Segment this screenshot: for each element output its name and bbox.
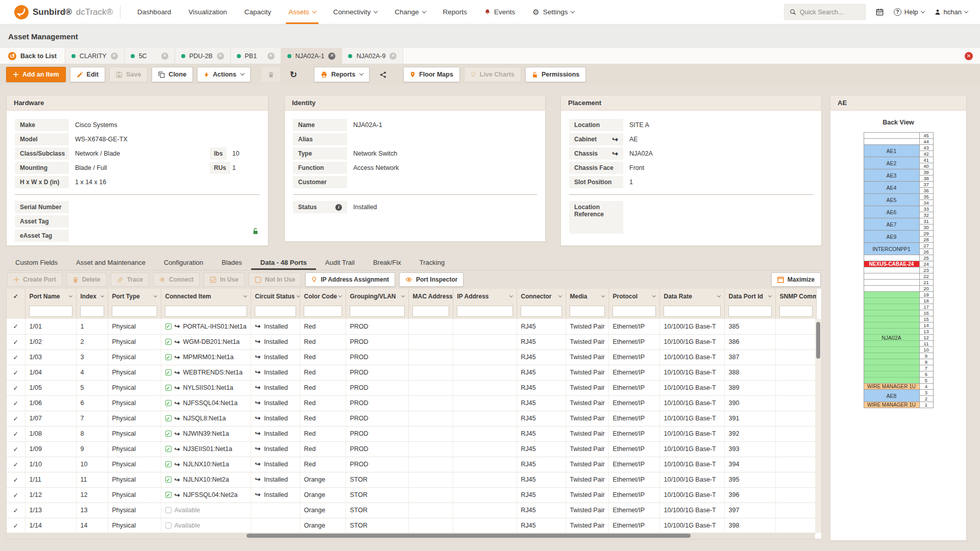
jump-arrow-icon[interactable]: ↪ [175, 354, 180, 361]
in-use-checkbox-icon[interactable]: ✓ [165, 492, 172, 498]
column-header-ip-address[interactable]: IP Address [453, 289, 517, 304]
filter-input-data-rate[interactable] [664, 306, 721, 317]
search-input[interactable] [800, 9, 857, 16]
jump-arrow-icon[interactable]: ↪ [175, 415, 180, 422]
asset-tab-pdu-2b[interactable]: PDU-2B✕ [175, 48, 231, 64]
share-button[interactable] [374, 67, 392, 82]
add-item-button[interactable]: Add an Item [6, 67, 66, 82]
close-all-tabs-icon[interactable]: ✕ [965, 52, 973, 60]
actions-button[interactable]: Actions [197, 67, 251, 82]
detail-tab-custom-fields[interactable]: Custom Fields [6, 255, 67, 270]
in-use-checkbox-icon[interactable]: ✓ [165, 323, 172, 330]
rack-item-empty[interactable] [864, 139, 920, 145]
row-select[interactable]: ✓ [7, 457, 25, 472]
row-select[interactable]: ✓ [7, 380, 25, 395]
floor-maps-button[interactable]: Floor Maps [403, 67, 460, 82]
nav-item-dashboard[interactable]: Dashboard [129, 0, 180, 24]
row-select[interactable]: ✓ [7, 426, 25, 441]
column-header-index[interactable]: Index [76, 289, 108, 304]
create-port-button[interactable]: Create Port [7, 272, 62, 287]
column-header-circuit-status[interactable]: Circuit Status [251, 289, 300, 304]
filter-input-snmp-community[interactable] [779, 306, 813, 317]
calendar-icon[interactable] [876, 8, 884, 16]
column-header-snmp-community[interactable]: SNMP Community [775, 289, 816, 304]
rack-item-ae4[interactable]: AE4 [864, 182, 920, 194]
quick-search[interactable] [784, 4, 866, 20]
row-select[interactable]: ✓ [7, 319, 25, 334]
close-icon[interactable]: ✕ [389, 53, 397, 60]
save-button[interactable]: Save [109, 67, 148, 82]
row-select[interactable]: ✓ [7, 503, 25, 518]
trace-button[interactable]: Trace [111, 272, 149, 287]
close-icon[interactable]: ✕ [111, 53, 118, 60]
vertical-scrollbar-thumb[interactable] [816, 322, 820, 359]
rack-item-ae1[interactable]: AE1 [864, 145, 920, 157]
rack-item-ae6[interactable]: AE6 [864, 206, 920, 218]
filter-input-color-code[interactable] [304, 306, 342, 317]
close-icon[interactable]: ✕ [267, 53, 275, 60]
nav-item-connectivity[interactable]: Connectivity [325, 0, 386, 24]
close-icon[interactable]: ✕ [217, 53, 224, 60]
rack-item-nexus-cabae-24[interactable]: NEXUS-CABAE-24 [864, 261, 920, 267]
jump-arrow-icon[interactable]: ↪ [175, 323, 180, 330]
in-use-checkbox-icon[interactable]: ✓ [165, 354, 172, 360]
port-row-1-08[interactable]: ✓ 1/08 8 Physical ✓↪NJWIN39:Net1a ↪ Inst… [7, 426, 816, 441]
delete-button[interactable]: Delete [66, 272, 107, 287]
clone-button[interactable]: Clone [152, 67, 193, 82]
rack-item-empty[interactable] [864, 133, 920, 139]
port-row-1-03[interactable]: ✓ 1/03 3 Physical ✓↪MPMRM01:Net1a ↪ Inst… [7, 349, 816, 365]
filter-input-grouping-vlan[interactable] [350, 306, 405, 317]
jump-arrow-icon[interactable]: ↪ [175, 400, 180, 407]
refresh-button[interactable]: ↻ [284, 67, 303, 82]
filter-input-connector[interactable] [521, 306, 562, 317]
available-checkbox-icon[interactable] [165, 522, 172, 529]
column-header-port-type[interactable]: Port Type [108, 289, 161, 304]
vertical-scrollbar[interactable] [815, 319, 821, 533]
row-select[interactable]: ✓ [7, 487, 25, 503]
asset-tab-pb1[interactable]: PB1✕ [230, 48, 281, 64]
in-use-checkbox-icon[interactable]: ✓ [165, 369, 172, 375]
in-use-checkbox-icon[interactable]: ✓ [165, 446, 172, 452]
port-inspector-button[interactable]: Port Inspector [399, 272, 463, 287]
detail-tab-blades[interactable]: Blades [212, 255, 251, 270]
port-row-1-10[interactable]: ✓ 1/10 10 Physical ✓↪NJLNX10:Net1a ↪ Ins… [7, 457, 816, 472]
filter-input-ip-address[interactable] [457, 306, 513, 317]
horizontal-scrollbar-thumb[interactable] [247, 534, 691, 538]
in-use-checkbox-icon[interactable]: ✓ [165, 431, 172, 437]
nav-item-visualization[interactable]: Visualization [180, 0, 236, 24]
row-select[interactable]: ✓ [7, 349, 25, 365]
select-all-header[interactable]: ✓ [7, 289, 25, 304]
port-row-1-12[interactable]: ✓ 1/12 12 Physical ✓↪NJFSSQL04:Net2a ↪ I… [7, 487, 816, 503]
rack-item-ae9[interactable]: AE9 [864, 231, 920, 243]
row-select[interactable]: ✓ [7, 334, 25, 349]
live-charts-button[interactable]: Live Charts [464, 67, 521, 82]
column-header-connected-item[interactable]: Connected Item [161, 289, 251, 304]
jump-arrow-icon[interactable]: ↪ [175, 385, 180, 391]
rack-item-empty[interactable] [864, 255, 920, 261]
column-header-connector[interactable]: Connector [517, 289, 566, 304]
close-icon[interactable]: ✕ [328, 53, 335, 60]
filter-input-port-name[interactable] [29, 306, 72, 317]
nav-item-change[interactable]: Change [386, 0, 434, 24]
jump-arrow-icon[interactable]: ↪ [175, 431, 180, 437]
close-icon[interactable]: ✕ [161, 53, 168, 60]
nav-item-events[interactable]: Events [476, 0, 524, 24]
nav-item-capacity[interactable]: Capacity [236, 0, 280, 24]
in-use-checkbox-icon[interactable]: ✓ [165, 461, 172, 467]
column-header-data-rate[interactable]: Data Rate [659, 289, 724, 304]
rack-item-wire-manager-1u[interactable]: WIRE MANAGER 1U [864, 384, 920, 390]
in-use-checkbox-icon[interactable]: ✓ [165, 415, 172, 421]
filter-input-protocol[interactable] [612, 306, 656, 317]
available-checkbox-icon[interactable] [165, 507, 172, 513]
rack-item-empty[interactable] [864, 267, 920, 273]
port-row-1-02[interactable]: ✓ 1/02 2 Physical ✓↪WGM-DB201:Net1a ↪ In… [7, 334, 816, 349]
column-header-color-code[interactable]: Color Code [300, 289, 346, 304]
port-row-1-01[interactable]: ✓ 1/01 1 Physical ✓↪PORTAL-IHS01:Net1a ↪… [7, 319, 816, 334]
port-row-1-04[interactable]: ✓ 1/04 4 Physical ✓↪WEBTRENDS:Net1a ↪ In… [7, 365, 816, 380]
help-menu[interactable]: ? Help [894, 8, 924, 16]
nav-item-reports[interactable]: Reports [434, 0, 476, 24]
port-row-1-09[interactable]: ✓ 1/09 9 Physical ✓↪NJ3EIIS01:Net1a ↪ In… [7, 441, 816, 457]
jump-arrow-icon[interactable]: ↪ [175, 446, 180, 453]
jump-arrow-icon[interactable]: ↪ [175, 461, 180, 468]
column-header-port-name[interactable]: Port Name [25, 289, 76, 304]
